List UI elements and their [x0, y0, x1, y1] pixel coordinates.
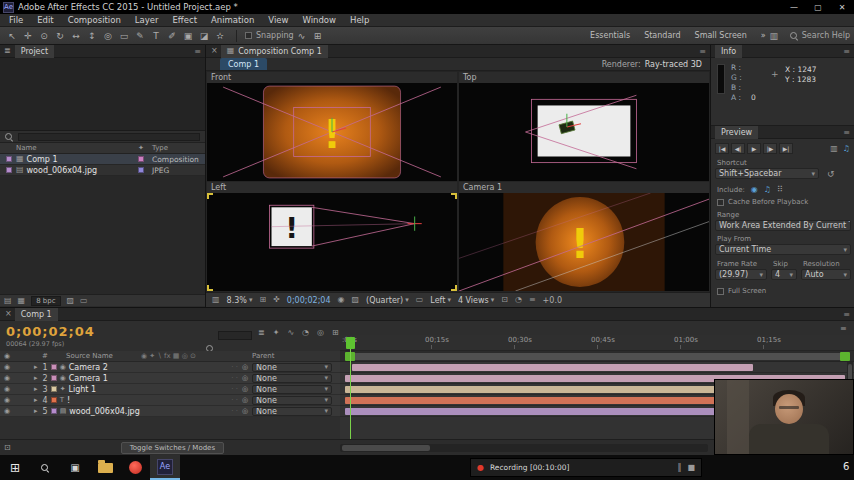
workspace-small-screen[interactable]: Small Screen [695, 31, 747, 40]
motion-blur-icon[interactable]: ◎ [317, 329, 324, 337]
tab-composition-comp1[interactable]: ▦ Composition Comp 1 [221, 45, 328, 58]
frame-rate-dropdown[interactable]: (29.97)▾ [715, 269, 767, 280]
active-view-dropdown[interactable]: Left▾ [430, 296, 451, 305]
channels-icon[interactable]: ▨ [352, 296, 360, 304]
mute-audio-icon[interactable]: ♫ [843, 144, 850, 153]
range-dropdown[interactable]: Work Area Extended By Current Ti▾ [715, 220, 851, 231]
brush-tool-icon[interactable]: ✐ [164, 29, 180, 42]
pickwhip-icon[interactable]: ◎ [242, 386, 248, 393]
comp-mini-flowchart-icon[interactable]: ≣ [258, 329, 265, 337]
after-effects-taskbar-icon[interactable]: Ae [150, 455, 180, 480]
maximize-button[interactable]: ▢ [806, 3, 830, 12]
cti-head[interactable] [346, 337, 355, 349]
snapping-checkbox[interactable] [245, 32, 252, 39]
interpret-footage-icon[interactable]: ▤ [4, 297, 12, 305]
mask-tool-icon[interactable]: ▭ [116, 29, 132, 42]
delete-icon[interactable]: ▭ [80, 297, 88, 305]
view-layout-dropdown[interactable]: 4 Views▾ [458, 296, 494, 305]
project-item-wood[interactable]: ▤ wood_006x04.jpg JPEG [0, 165, 205, 176]
layer-switches[interactable]: · · [231, 374, 238, 382]
new-folder-icon[interactable]: ▦ [18, 297, 26, 305]
recorder-app-icon[interactable] [120, 455, 150, 480]
tab-close-icon[interactable]: × [211, 47, 218, 55]
type-tool-icon[interactable]: T [148, 29, 164, 42]
task-view-icon[interactable]: ▣ [60, 455, 90, 480]
previous-frame-button[interactable]: ◀| [731, 143, 745, 154]
resolution-dropdown-preview[interactable]: Auto▾ [801, 269, 851, 280]
magnification-dropdown[interactable]: 8.3%▾ [227, 296, 253, 305]
label-color-chip[interactable] [6, 156, 12, 162]
snap-option-icon[interactable]: ∿ [294, 29, 310, 42]
layer-color-chip[interactable] [51, 364, 57, 370]
view-layout-icon[interactable]: ▥ [212, 296, 220, 304]
viewport-camera1-canvas[interactable]: ! [459, 193, 709, 291]
selection-tool-icon[interactable]: ↖ [4, 29, 20, 42]
clone-stamp-tool-icon[interactable]: ▣ [180, 29, 196, 42]
skip-dropdown[interactable]: 4▾ [771, 269, 797, 280]
layer-name[interactable]: Camera 1 [69, 374, 108, 383]
resolution-dropdown[interactable]: (Quarter)▾ [366, 296, 409, 305]
first-frame-button[interactable]: |◀ [715, 143, 729, 154]
project-panel-menu-icon[interactable]: ≡ [194, 47, 201, 56]
include-overlays-icon[interactable]: ⠿ [777, 186, 783, 194]
column-type[interactable]: Type [152, 144, 168, 152]
region-icon[interactable]: ▭ [416, 296, 424, 304]
parent-dropdown[interactable]: None▾ [252, 363, 332, 372]
toggle-switches-modes-button[interactable]: Toggle Switches / Modes [121, 442, 224, 454]
parent-dropdown[interactable]: None▾ [252, 385, 332, 394]
timeline-tab-close-icon[interactable]: × [5, 310, 12, 318]
comp-viewer-tab[interactable]: Comp 1 [220, 58, 267, 70]
renderer-value[interactable]: Ray-traced 3D [645, 60, 702, 69]
column-name[interactable]: Name [16, 144, 37, 152]
timeline-search-input[interactable] [218, 331, 252, 340]
hide-shy-layers-icon[interactable]: ∿ [287, 329, 294, 337]
tab-preview[interactable]: Preview [715, 126, 758, 139]
include-audio-icon[interactable]: ♫ [764, 185, 771, 194]
graph-editor-icon[interactable]: ⊞ [332, 329, 339, 337]
visibility-eye-icon[interactable]: ◉ [4, 375, 10, 382]
comp-current-time[interactable]: 0;00;02;04 [287, 296, 331, 305]
layer-color-chip[interactable] [51, 386, 57, 392]
parent-dropdown[interactable]: None▾ [252, 407, 332, 416]
reset-shortcut-icon[interactable]: ↺ [827, 170, 835, 179]
close-button[interactable]: ✕ [830, 3, 854, 12]
timeline-button-icon[interactable]: ≡ [529, 296, 536, 304]
snapshot-icon[interactable]: ◉ [338, 296, 345, 304]
pickwhip-icon[interactable]: ◎ [242, 375, 248, 382]
stop-recording-icon[interactable]: ■ [687, 464, 695, 472]
puppet-pin-tool-icon[interactable]: ✫ [212, 29, 228, 42]
timeline-corner-menu-icon[interactable]: ≡ [840, 325, 847, 333]
tab-info[interactable]: Info [715, 45, 742, 58]
parent-dropdown[interactable]: None▾ [252, 396, 332, 405]
project-item-comp1[interactable]: ▦ Comp 1 Composition [0, 154, 205, 165]
viewport-front-canvas[interactable]: ! [207, 83, 457, 181]
layer-color-chip[interactable] [51, 397, 57, 403]
visibility-eye-icon[interactable]: ◉ [4, 408, 10, 415]
recorder-status-bar[interactable]: ● Recording [00:10:00] ‖ ■ [470, 458, 702, 477]
visibility-eye-icon[interactable]: ◉ [4, 397, 10, 404]
expand-collapse-icon[interactable]: ⊡ [4, 444, 11, 452]
taskbar-search-icon[interactable] [30, 455, 60, 480]
project-search-input[interactable] [18, 133, 200, 141]
shortcut-dropdown[interactable]: Shift+Spacebar▾ [715, 168, 819, 179]
pixel-aspect-icon[interactable]: ⊡ [501, 296, 508, 304]
source-name-header[interactable]: Source Name [66, 352, 113, 360]
viewport-camera1[interactable]: Camera 1 ! [459, 182, 709, 291]
project-bpc-badge[interactable]: 8 bpc [31, 296, 60, 306]
full-screen-checkbox[interactable] [717, 288, 724, 295]
pause-recording-icon[interactable]: ‖ [677, 464, 681, 472]
search-help-field[interactable]: Search Help [802, 31, 850, 40]
layer-name[interactable]: ! [67, 396, 70, 405]
layer-switches[interactable]: · · [231, 363, 238, 371]
pan-camera-tool-icon[interactable]: ↔ [68, 29, 84, 42]
layer-switches[interactable]: · · [231, 385, 238, 393]
layer-row-camera2[interactable]: ◉ ▸ 1 ◉ Camera 2 · · ◎ None▾ [0, 362, 854, 373]
region-of-interest-icon[interactable]: ✜ [273, 296, 280, 304]
frame-blending-icon[interactable]: ◔ [302, 329, 309, 337]
menu-animation[interactable]: Animation [204, 15, 261, 25]
layer-color-chip[interactable] [51, 375, 57, 381]
parent-dropdown[interactable]: None▾ [252, 374, 332, 383]
next-frame-button[interactable]: |▶ [763, 143, 777, 154]
play-from-dropdown[interactable]: Current Time▾ [715, 244, 851, 255]
eraser-tool-icon[interactable]: ◪ [196, 29, 212, 42]
